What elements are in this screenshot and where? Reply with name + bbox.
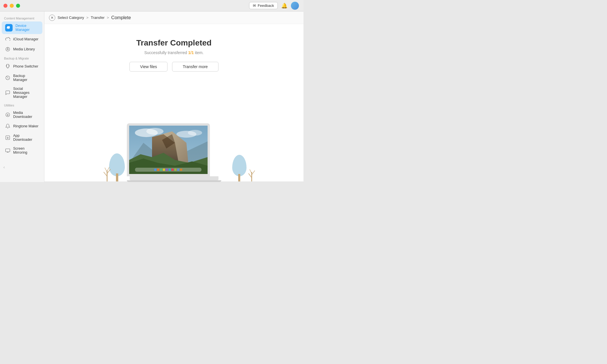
sidebar-collapse-button[interactable]: ‹: [0, 163, 44, 172]
dock-icon: [165, 169, 168, 171]
sidebar-item-icloud-manager[interactable]: iCloud Manager: [2, 34, 42, 44]
transfer-subtitle: Successfully transferred 1/1 item.: [144, 50, 204, 55]
tree-left-bare: [101, 162, 113, 182]
media-downloader-icon: [5, 112, 10, 117]
app-downloader-icon: [5, 135, 10, 140]
svg-line-31: [249, 173, 252, 178]
breadcrumb-sep1: >: [86, 15, 89, 20]
sidebar-item-media-library[interactable]: Media Library: [2, 44, 42, 54]
svg-line-16: [107, 169, 111, 173]
media-library-label: Media Library: [13, 47, 35, 51]
sidebar-item-screen-mirroring[interactable]: Screen Mirroring: [2, 144, 42, 157]
sidebar-item-app-downloader[interactable]: App Downloader: [2, 131, 42, 144]
tree-leaf: [232, 155, 247, 176]
svg-line-15: [104, 172, 107, 176]
sidebar-item-phone-switcher[interactable]: Phone Switcher: [2, 62, 42, 71]
laptop-base: [130, 176, 218, 180]
svg-line-32: [252, 171, 255, 175]
app-body: Content Management Device Manager iCloud…: [0, 11, 304, 182]
el-capitan-svg: [129, 126, 208, 174]
main-content: ✕ Select Category > Transfer > Complete …: [44, 11, 304, 182]
dock-icon: [174, 169, 176, 171]
illustration: [44, 80, 304, 182]
window-controls: × − +: [3, 4, 20, 8]
media-library-icon: [5, 47, 10, 52]
app-downloader-label: App Downloader: [13, 134, 39, 142]
transfer-complete-title: Transfer Completed: [136, 38, 212, 48]
sidebar-item-backup-manager[interactable]: Backup Manager: [2, 72, 42, 84]
minimize-button[interactable]: −: [10, 4, 14, 8]
laptop-illustration: [127, 123, 221, 182]
dock-icon: [168, 169, 171, 171]
tree-right-tall: [232, 155, 247, 182]
svg-rect-1: [7, 29, 9, 29]
breadcrumb-close-button[interactable]: ✕: [49, 15, 55, 21]
svg-rect-6: [7, 64, 9, 68]
breadcrumb-step3: Complete: [111, 15, 131, 20]
subtitle-suffix: item.: [194, 50, 204, 55]
ringtone-maker-icon: [5, 124, 10, 129]
tree-trunk: [116, 173, 118, 182]
subtitle-count: 1/1: [188, 50, 194, 55]
sidebar-item-media-downloader[interactable]: Media Downloader: [2, 108, 42, 121]
laptop-screen-inner: [129, 126, 208, 174]
dock-icon: [177, 169, 179, 171]
svg-point-4: [7, 49, 9, 50]
dock-icon: [163, 169, 165, 171]
titlebar-right: ✉ Feedback 🔔: [249, 2, 299, 10]
ringtone-maker-label: Ringtone Maker: [13, 124, 38, 128]
close-button[interactable]: ×: [3, 4, 7, 8]
content-management-label: Content Management: [0, 14, 44, 21]
transfer-complete-section: Transfer Completed Successfully transfer…: [44, 24, 304, 182]
bare-tree-svg: [101, 162, 113, 182]
screen-mirroring-icon: [5, 148, 10, 153]
svg-point-21: [146, 128, 163, 135]
avatar[interactable]: [291, 2, 299, 10]
icloud-icon: [5, 37, 10, 42]
sidebar-item-social-messages-manager[interactable]: Social Messages Manager: [2, 84, 42, 101]
social-messages-manager-label: Social Messages Manager: [13, 87, 39, 99]
svg-rect-2: [7, 27, 7, 29]
titlebar: × − + ✉ Feedback 🔔: [0, 0, 304, 11]
phone-switcher-label: Phone Switcher: [13, 64, 38, 68]
transfer-buttons: View files Transfer more: [129, 62, 218, 72]
svg-point-23: [188, 130, 202, 136]
breadcrumb-sep2: >: [107, 15, 109, 20]
backup-manager-icon: [5, 75, 10, 80]
feedback-icon: ✉: [253, 3, 256, 8]
dock-icon: [171, 169, 174, 171]
backup-migrate-label: Backup & Migrate: [0, 54, 44, 61]
sidebar-item-ringtone-maker[interactable]: Ringtone Maker: [2, 121, 42, 131]
breadcrumb-step1: Select Category: [58, 15, 84, 20]
sidebar-item-device-manager[interactable]: Device Manager: [2, 21, 42, 34]
phone-switcher-icon: [5, 64, 10, 69]
feedback-label: Feedback: [258, 3, 274, 8]
feedback-button[interactable]: ✉ Feedback: [249, 2, 278, 9]
laptop-screen: [127, 123, 210, 176]
breadcrumb-step2: Transfer: [91, 15, 105, 20]
view-files-button[interactable]: View files: [129, 62, 167, 72]
tree-right-bare: [247, 165, 257, 182]
dock-icon: [180, 169, 182, 171]
backup-manager-label: Backup Manager: [13, 74, 39, 82]
bell-icon[interactable]: 🔔: [281, 3, 287, 9]
dock-icon: [157, 169, 159, 171]
social-messages-icon: [5, 90, 10, 95]
dock-icon: [154, 169, 156, 171]
dock-icon: [160, 169, 162, 171]
transfer-more-button[interactable]: Transfer more: [172, 62, 218, 72]
svg-rect-11: [6, 149, 10, 152]
tree-trunk: [238, 174, 240, 182]
utilities-label: Utilities: [0, 101, 44, 108]
maximize-button[interactable]: +: [16, 4, 20, 8]
laptop-dock: [135, 168, 202, 172]
svg-line-33: [250, 169, 252, 173]
svg-line-17: [105, 168, 107, 172]
sidebar: Content Management Device Manager iCloud…: [0, 11, 44, 182]
device-manager-label: Device Manager: [15, 24, 39, 32]
bare-tree-right-svg: [247, 165, 257, 182]
svg-rect-0: [7, 26, 10, 28]
breadcrumb-bar: ✕ Select Category > Transfer > Complete: [44, 11, 304, 24]
icloud-manager-label: iCloud Manager: [13, 37, 38, 41]
media-downloader-label: Media Downloader: [13, 111, 39, 119]
